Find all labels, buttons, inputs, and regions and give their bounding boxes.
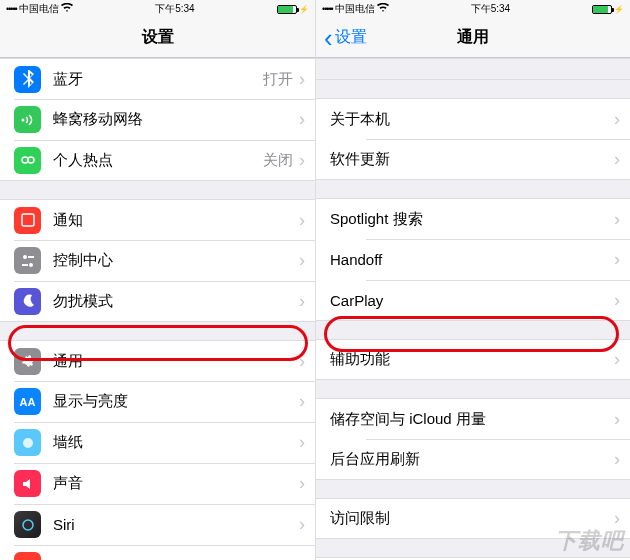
chevron-right-icon: › [614, 109, 620, 130]
back-button[interactable]: 设置 [316, 27, 367, 48]
general-row-访问限制[interactable]: 访问限制› [316, 498, 630, 539]
row-value: 打开 [263, 70, 293, 89]
status-bar: ••••• 中国电信 下午5:34 ⚡ [316, 0, 630, 18]
nav-bar: 设置 [0, 18, 315, 58]
svg-point-4 [23, 255, 27, 259]
general-row-辅助功能[interactable]: 辅助功能› [316, 339, 630, 380]
general-row-储存空间与 iCloud 用量[interactable]: 储存空间与 iCloud 用量› [316, 398, 630, 439]
back-label: 设置 [335, 27, 367, 48]
row-label: 控制中心 [53, 251, 299, 270]
nav-bar: 设置 通用 [316, 18, 630, 58]
row-label: 后台应用刷新 [330, 450, 614, 469]
row-label: 通用 [53, 352, 299, 371]
row-label: 储存空间与 iCloud 用量 [330, 410, 614, 429]
row-label: 墙纸 [53, 433, 299, 452]
wifi-icon [61, 3, 73, 15]
row-label: 辅助功能 [330, 350, 614, 369]
display-icon: AA [14, 388, 41, 415]
svg-point-6 [29, 263, 33, 267]
chevron-right-icon: › [299, 473, 305, 494]
chevron-right-icon: › [299, 210, 305, 231]
settings-row-显示与亮度[interactable]: AA显示与亮度› [0, 381, 315, 422]
hotspot-icon [14, 147, 41, 174]
notifications-icon [14, 207, 41, 234]
row-label: 通知 [53, 211, 299, 230]
settings-row-Touch Iouch[interactable]: Touch Iouch› [0, 545, 315, 560]
general-row-Handoff[interactable]: Handoff› [316, 239, 630, 280]
general-row-Spotlight 搜索[interactable]: Spotlight 搜索› [316, 198, 630, 239]
svg-point-2 [28, 157, 34, 163]
chevron-right-icon: › [614, 249, 620, 270]
chevron-right-icon: › [614, 149, 620, 170]
row-label: 软件更新 [330, 150, 614, 169]
settings-row-蓝牙[interactable]: 蓝牙打开› [0, 58, 315, 99]
svg-point-0 [21, 118, 24, 121]
row-label: 勿扰模式 [53, 292, 299, 311]
chevron-right-icon: › [614, 508, 620, 529]
chevron-right-icon: › [614, 290, 620, 311]
row-label: 蓝牙 [53, 70, 263, 89]
wallpaper-icon [14, 429, 41, 456]
row-label: CarPlay [330, 292, 614, 309]
status-time: 下午5:34 [73, 2, 277, 16]
chevron-right-icon: › [299, 291, 305, 312]
chevron-right-icon: › [614, 409, 620, 430]
row-label: 蜂窝移动网络 [53, 110, 299, 129]
settings-row-个人热点[interactable]: 个人热点关闭› [0, 140, 315, 181]
settings-row-勿扰模式[interactable]: 勿扰模式› [0, 281, 315, 322]
row-label: 显示与亮度 [53, 392, 299, 411]
chevron-right-icon: › [299, 250, 305, 271]
settings-row-通知[interactable]: 通知› [0, 199, 315, 240]
general-screen-right: ••••• 中国电信 下午5:34 ⚡ 设置 通用 关于本机›软件更新›Spot… [315, 0, 630, 560]
siri-icon [14, 511, 41, 538]
row-label: 访问限制 [330, 509, 614, 528]
sounds-icon [14, 470, 41, 497]
general-row-CarPlay[interactable]: CarPlay› [316, 280, 630, 321]
wifi-icon [377, 3, 389, 15]
svg-rect-7 [22, 264, 28, 266]
settings-row-墙纸[interactable]: 墙纸› [0, 422, 315, 463]
charging-icon: ⚡ [614, 5, 624, 14]
cellular-icon [14, 106, 41, 133]
general-row-软件更新[interactable]: 软件更新› [316, 139, 630, 180]
svg-rect-3 [22, 214, 34, 226]
charging-icon: ⚡ [299, 5, 309, 14]
general-row-后台应用刷新[interactable]: 后台应用刷新› [316, 439, 630, 480]
chevron-right-icon: › [299, 109, 305, 130]
bluetooth-icon [14, 66, 41, 93]
svg-rect-5 [28, 256, 34, 258]
chevron-right-icon: › [299, 555, 305, 560]
smudge [140, 474, 260, 504]
carrier-label: 中国电信 [19, 2, 59, 16]
chevron-right-icon: › [299, 351, 305, 372]
general-list: 关于本机›软件更新›Spotlight 搜索›Handoff›CarPlay›辅… [316, 58, 630, 560]
general-row-blank [316, 58, 630, 80]
status-bar: ••••• 中国电信 下午5:34 ⚡ [0, 0, 315, 18]
general-icon [14, 348, 41, 375]
chevron-right-icon: › [614, 209, 620, 230]
chevron-right-icon: › [299, 391, 305, 412]
general-row-关于本机[interactable]: 关于本机› [316, 98, 630, 139]
chevron-right-icon: › [299, 432, 305, 453]
svg-point-1 [22, 157, 28, 163]
touchid-icon [14, 552, 41, 560]
chevron-right-icon: › [299, 150, 305, 171]
settings-row-蜂窝移动网络[interactable]: 蜂窝移动网络› [0, 99, 315, 140]
row-label: 个人热点 [53, 151, 263, 170]
settings-row-Siri[interactable]: Siri› [0, 504, 315, 545]
settings-row-通用[interactable]: 通用› [0, 340, 315, 381]
chevron-right-icon: › [299, 514, 305, 535]
battery-icon [592, 5, 612, 14]
chevron-right-icon: › [299, 69, 305, 90]
settings-row-控制中心[interactable]: 控制中心› [0, 240, 315, 281]
signal-dots: ••••• [322, 4, 333, 14]
settings-screen-left: ••••• 中国电信 下午5:34 ⚡ 设置 蓝牙打开›蜂窝移动网络›个人热点关… [0, 0, 315, 560]
row-label: 关于本机 [330, 110, 614, 129]
nav-title: 设置 [0, 27, 315, 48]
row-label: Siri [53, 516, 299, 533]
carrier-label: 中国电信 [335, 2, 375, 16]
chevron-right-icon: › [614, 449, 620, 470]
status-time: 下午5:34 [389, 2, 592, 16]
battery-icon [277, 5, 297, 14]
svg-point-9 [23, 520, 33, 530]
